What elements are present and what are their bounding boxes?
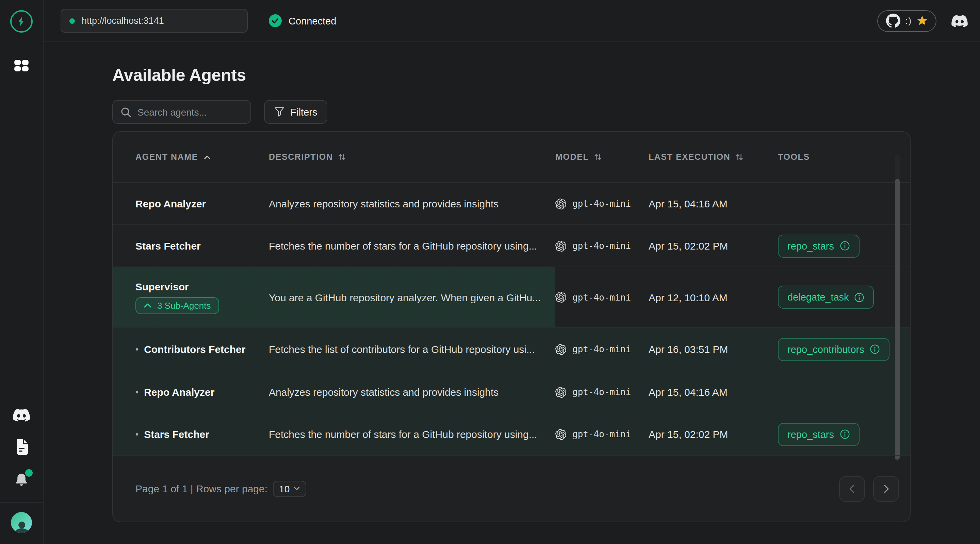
tool-name: repo_contributors	[788, 344, 864, 355]
rows-per-page-select[interactable]: 10	[273, 481, 306, 497]
table-row-stars-fetcher[interactable]: Stars Fetcher Fetches the number of star…	[113, 225, 910, 267]
tool-badge-delegate-task[interactable]: delegate_task	[778, 285, 874, 309]
sidebar-item-discord[interactable]	[13, 409, 30, 422]
github-emote-label: :)	[905, 16, 912, 25]
sub-agents-count-label: 3 Sub-Agents	[157, 300, 211, 311]
agent-name: Stars Fetcher	[144, 428, 209, 440]
column-label: MODEL	[555, 152, 589, 162]
search-input[interactable]	[137, 106, 243, 117]
tool-badge-repo-stars[interactable]: repo_stars	[778, 234, 859, 257]
connection-status: Connected	[269, 14, 336, 27]
sidebar	[0, 0, 43, 544]
agent-name: Repo Analyzer	[144, 386, 215, 398]
openai-icon	[555, 198, 566, 209]
agent-name-cell: • Repo Analyzer	[113, 386, 269, 398]
agent-description: Analyzes repository statistics and provi…	[269, 198, 555, 209]
table-row-sub-repo-analyzer[interactable]: • Repo Analyzer Analyzes repository stat…	[113, 371, 910, 414]
agent-description: Fetches the number of stars for a GitHub…	[269, 428, 555, 440]
table-row-sub-contributors-fetcher[interactable]: • Contributors Fetcher Fetches the list …	[113, 328, 910, 371]
agents-table-card: AGENT NAME DESCRIPTION MODEL	[112, 131, 911, 522]
model-name: gpt-4o-mini	[572, 198, 631, 209]
last-execution: Apr 16, 03:51 PM	[649, 343, 778, 355]
table-row-repo-analyzer[interactable]: Repo Analyzer Analyzes repository statis…	[113, 183, 910, 225]
discord-link[interactable]	[951, 14, 968, 27]
openai-icon	[555, 387, 566, 398]
agent-name: Stars Fetcher	[113, 240, 269, 252]
sub-agents-toggle[interactable]: 3 Sub-Agents	[135, 297, 219, 314]
previous-page-button[interactable]	[839, 476, 865, 501]
table-header-row: AGENT NAME DESCRIPTION MODEL	[113, 132, 910, 183]
tool-name: repo_stars	[788, 240, 834, 251]
notification-dot	[25, 469, 33, 477]
server-url-value: http://localhost:3141	[82, 16, 164, 26]
filters-label: Filters	[291, 106, 318, 117]
column-header-description[interactable]: DESCRIPTION	[269, 152, 555, 162]
rows-per-page-value: 10	[279, 483, 290, 494]
filters-button[interactable]: Filters	[264, 100, 327, 124]
table-scrollbar-thumb[interactable]	[895, 179, 900, 460]
server-status-dot	[69, 18, 75, 24]
user-avatar[interactable]	[11, 512, 32, 533]
app-logo[interactable]	[10, 10, 33, 33]
column-label: TOOLS	[778, 152, 810, 162]
table-pagination: Page 1 of 1 | Rows per page: 10	[113, 455, 910, 522]
model-name: gpt-4o-mini	[572, 429, 631, 439]
model-name: gpt-4o-mini	[572, 387, 631, 397]
last-execution: Apr 15, 04:16 AM	[649, 198, 778, 209]
pagination-summary: Page 1 of 1 | Rows per page:	[135, 483, 267, 494]
document-icon	[14, 439, 28, 455]
sidebar-item-dashboard[interactable]	[14, 60, 29, 71]
next-page-button[interactable]	[873, 476, 899, 501]
info-icon	[840, 241, 850, 251]
tool-name: delegate_task	[788, 292, 849, 303]
sort-ascending-icon	[203, 153, 212, 162]
agent-model: gpt-4o-mini	[555, 429, 649, 439]
chevron-up-icon	[143, 303, 152, 308]
column-header-agent-name[interactable]: AGENT NAME	[113, 152, 269, 162]
sub-agent-bullet: •	[135, 429, 138, 439]
agent-description: Fetches the list of contributors for a G…	[269, 343, 555, 355]
last-execution: Apr 12, 10:10 AM	[649, 291, 778, 303]
openai-icon	[555, 429, 566, 439]
info-icon	[854, 292, 865, 302]
search-icon	[121, 106, 131, 117]
server-url-input[interactable]: http://localhost:3141	[60, 9, 248, 33]
openai-icon	[555, 344, 566, 355]
sort-both-icon	[593, 152, 602, 162]
main-content: Available Agents Filters AGENT NAME	[43, 42, 980, 544]
chevron-right-icon	[881, 483, 891, 494]
tool-badge-repo-stars[interactable]: repo_stars	[778, 423, 859, 446]
column-label: DESCRIPTION	[269, 152, 333, 162]
github-star-button[interactable]: :)	[878, 10, 937, 32]
model-name: gpt-4o-mini	[572, 241, 631, 251]
tools-cell: repo_stars	[778, 234, 911, 257]
last-execution: Apr 15, 02:02 PM	[649, 240, 778, 252]
agent-model: gpt-4o-mini	[555, 387, 649, 398]
agent-name: Contributors Fetcher	[144, 343, 245, 355]
column-header-tools: TOOLS	[778, 152, 911, 162]
agent-name: Supervisor	[135, 281, 189, 292]
agent-model: gpt-4o-mini	[555, 292, 649, 303]
app-window: http://localhost:3141 Connected :)	[0, 0, 980, 544]
search-agents-box[interactable]	[112, 100, 251, 124]
table-row-sub-stars-fetcher[interactable]: • Stars Fetcher Fetches the number of st…	[113, 414, 910, 455]
column-header-model[interactable]: MODEL	[555, 152, 649, 162]
sidebar-divider	[0, 502, 43, 503]
table-row-supervisor[interactable]: Supervisor 3 Sub-Agents You are a GitHub…	[113, 267, 910, 328]
page-title: Available Agents	[112, 65, 246, 85]
agent-description: Analyzes repository statistics and provi…	[269, 386, 555, 398]
sidebar-item-notifications[interactable]	[14, 473, 29, 487]
agent-model: gpt-4o-mini	[555, 198, 649, 209]
last-execution: Apr 15, 02:02 PM	[649, 428, 778, 440]
openai-icon	[555, 240, 566, 251]
info-icon	[840, 429, 850, 439]
sidebar-item-docs[interactable]	[14, 439, 28, 455]
tools-cell: repo_contributors	[778, 338, 911, 361]
sub-agent-bullet: •	[135, 344, 138, 354]
sort-both-icon	[735, 152, 744, 162]
tools-cell: delegate_task	[778, 285, 911, 309]
tool-badge-repo-contributors[interactable]: repo_contributors	[778, 338, 889, 361]
agent-name-cell: • Stars Fetcher	[113, 428, 269, 440]
column-header-last-execution[interactable]: LAST EXECUTION	[649, 152, 778, 162]
agent-name-cell: • Contributors Fetcher	[113, 343, 269, 355]
